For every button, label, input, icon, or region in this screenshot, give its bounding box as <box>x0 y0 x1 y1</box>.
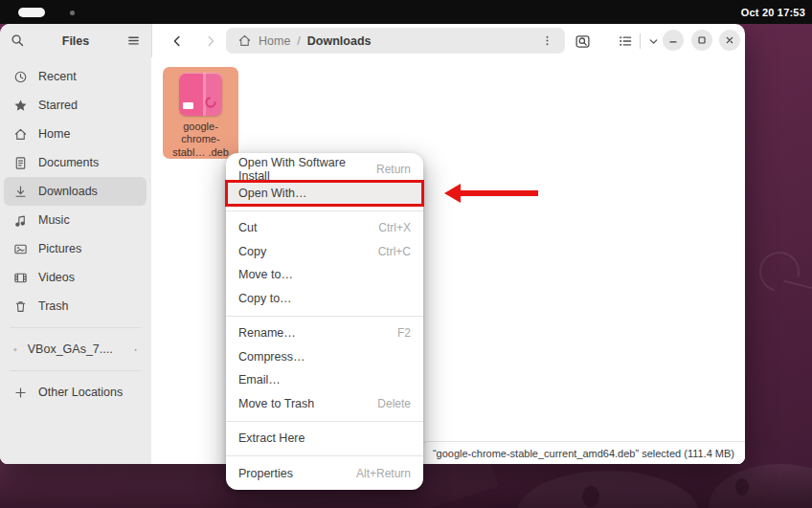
menu-item-compress[interactable]: Compress… <box>226 345 423 369</box>
minimize-icon <box>667 34 679 46</box>
breadcrumb[interactable]: Home / Downloads <box>226 28 565 54</box>
maximize-icon <box>696 34 708 46</box>
menu-separator <box>226 421 423 422</box>
screen: Oct 20 17:53 Files Recent <box>0 0 812 508</box>
selection-status: “google-chrome-stable_current_amd64.deb”… <box>433 448 734 459</box>
menu-separator <box>226 210 423 211</box>
close-icon <box>724 34 735 46</box>
home-icon <box>13 127 28 142</box>
workspace-indicator-active[interactable] <box>18 8 45 17</box>
sidebar-header: Files <box>0 24 151 57</box>
annotation-arrow <box>444 184 538 203</box>
workspace-indicator[interactable] <box>70 11 75 15</box>
sidebar-item-vbox-drive[interactable]: VBox_GAs_7.... <box>4 335 147 364</box>
clock[interactable]: Oct 20 17:53 <box>741 0 805 24</box>
disc-icon <box>13 342 17 357</box>
sidebar-item-videos[interactable]: Videos <box>4 263 147 292</box>
home-icon <box>237 33 252 48</box>
menu-item-copy-to[interactable]: Copy to… <box>226 287 423 311</box>
sidebar-item-documents[interactable]: Documents <box>4 148 147 177</box>
deb-package-icon <box>179 73 222 116</box>
arrow-shaft <box>459 190 538 196</box>
breadcrumb-separator: / <box>297 34 300 48</box>
sidebar-item-home[interactable]: Home <box>4 120 147 148</box>
menu-separator <box>226 316 423 317</box>
sidebar-item-downloads[interactable]: Downloads <box>4 177 147 206</box>
sidebar-item-trash[interactable]: Trash <box>4 292 147 320</box>
sidebar-list: Recent Starred Home Documents Downloads <box>4 62 147 407</box>
minimize-button[interactable] <box>663 30 684 51</box>
trash-icon <box>13 299 28 314</box>
toolbar-divider <box>640 33 641 49</box>
list-view-icon <box>618 33 633 49</box>
menu-item-extract-here[interactable]: Extract Here <box>226 427 423 451</box>
sidebar-divider <box>10 370 141 371</box>
deb-icon-label <box>183 102 193 109</box>
close-button[interactable] <box>719 30 740 51</box>
download-icon <box>13 185 28 199</box>
maximize-button[interactable] <box>691 30 712 51</box>
search-icon[interactable] <box>11 33 25 48</box>
folder-search-icon <box>575 33 591 50</box>
list-view-button[interactable] <box>613 29 638 54</box>
search-folder-button[interactable] <box>570 29 595 54</box>
clock-icon <box>13 70 28 84</box>
menu-item-copy[interactable]: Copy Ctrl+C <box>226 240 423 264</box>
sidebar-item-pictures[interactable]: Pictures <box>4 234 147 263</box>
menu-item-open-with[interactable]: Open With… <box>226 182 423 206</box>
menu-item-open-with-software-install[interactable]: Open With Software Install Return <box>226 158 423 182</box>
wallpaper-swirl <box>752 244 806 298</box>
status-bar: “google-chrome-stable_current_amd64.deb”… <box>418 441 745 464</box>
sidebar-divider <box>10 327 141 328</box>
document-icon <box>13 156 28 170</box>
sidebar-item-music[interactable]: Music <box>4 206 147 234</box>
menu-item-properties[interactable]: Properties Alt+Return <box>226 462 423 486</box>
sidebar-item-other-locations[interactable]: Other Locations <box>4 378 147 407</box>
menu-item-cut[interactable]: Cut Ctrl+X <box>226 216 423 240</box>
menu-separator <box>226 455 423 456</box>
menu-item-email[interactable]: Email… <box>226 368 423 392</box>
chevron-right-icon <box>203 33 218 49</box>
file-google-chrome-deb[interactable]: google- chrome- stabl… .deb <box>163 67 238 159</box>
eject-icon[interactable] <box>134 343 137 356</box>
file-name-label: google- chrome- stabl… .deb <box>172 121 229 160</box>
star-icon <box>13 99 28 113</box>
debian-swirl-icon <box>203 95 218 110</box>
context-menu: Open With Software Install Return Open W… <box>226 153 423 490</box>
breadcrumb-home[interactable]: Home <box>259 34 290 48</box>
plus-icon <box>13 386 28 400</box>
kebab-menu-icon[interactable] <box>541 34 553 47</box>
back-button[interactable] <box>165 29 190 54</box>
sidebar-item-starred[interactable]: Starred <box>4 91 147 120</box>
menu-item-rename[interactable]: Rename… F2 <box>226 321 423 345</box>
music-note-icon <box>13 213 28 228</box>
image-icon <box>13 242 28 256</box>
forward-button[interactable] <box>198 29 223 54</box>
chevron-down-icon <box>647 35 660 48</box>
view-options-dropdown[interactable] <box>643 29 664 54</box>
sidebar-item-recent[interactable]: Recent <box>4 62 147 91</box>
menu-item-move-to[interactable]: Move to… <box>226 263 423 287</box>
breadcrumb-current[interactable]: Downloads <box>307 34 372 48</box>
film-icon <box>13 271 28 285</box>
gnome-top-bar: Oct 20 17:53 <box>0 0 812 24</box>
menu-item-move-to-trash[interactable]: Move to Trash Delete <box>226 392 423 416</box>
chevron-left-icon <box>169 33 185 49</box>
sidebar: Files Recent Starred Home <box>0 24 152 464</box>
hamburger-menu-icon[interactable] <box>126 33 141 48</box>
